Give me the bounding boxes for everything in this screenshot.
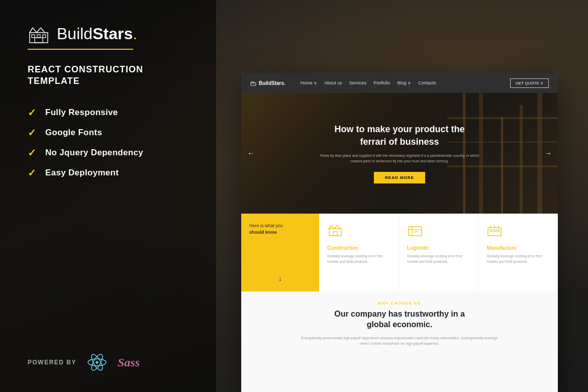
logo-icon [28, 23, 50, 45]
feature-item-fonts: ✓ Google Fonts [28, 128, 191, 138]
feature-label-jquery: No Jquery Dependency [45, 148, 143, 158]
card-intro: Here is what youshould know ↓ [241, 214, 319, 291]
mockup-hero: ← How to make your product theferrari of… [241, 93, 558, 214]
right-panel: BuildStars. Home ∨ About us Services Por… [216, 0, 588, 392]
left-panel: BuildStars. REACT CONSTRUCTIONTEMPLATE ✓… [0, 0, 216, 392]
svg-rect-3 [43, 35, 46, 38]
mockup-nav-logo: BuildStars. [250, 80, 285, 86]
feature-item-responsive: ✓ Fully Responsive [28, 108, 191, 118]
check-icon-deploy: ✓ [28, 168, 36, 178]
why-tag: WHY CHOOSE US [256, 302, 543, 305]
feature-item-jquery: ✓ No Jquery Dependency [28, 148, 191, 158]
svg-rect-13 [251, 83, 256, 85]
svg-point-12 [96, 361, 99, 364]
hero-read-more-button[interactable]: READ MORE [374, 172, 425, 183]
feature-item-deploy: ✓ Easy Deployment [28, 168, 191, 178]
mockup-logo-text: BuildStars. [259, 80, 285, 86]
svg-line-15 [252, 81, 253, 83]
react-icon [87, 353, 107, 372]
svg-line-16 [253, 81, 254, 83]
template-title: REACT CONSTRUCTIONTEMPLATE [28, 64, 191, 87]
why-subtitle: Energistically predominate high-payoff a… [299, 335, 500, 346]
mockup-cards-row: Here is what youshould know ↓ Constructi… [241, 214, 558, 291]
svg-line-19 [329, 226, 331, 229]
svg-line-6 [33, 28, 37, 33]
svg-line-7 [37, 28, 41, 33]
svg-rect-28 [490, 230, 492, 232]
features-list: ✓ Fully Responsive ✓ Google Fonts ✓ No J… [28, 108, 191, 178]
svg-line-21 [334, 226, 337, 229]
hero-next-arrow[interactable]: → [545, 149, 552, 157]
card-intro-text: Here is what youshould know [249, 223, 311, 235]
mockup-nav-link-portfolio[interactable]: Portfolio [373, 80, 390, 85]
card-manufacture-desc: Globally leverage existing error free mo… [486, 254, 550, 264]
svg-rect-24 [409, 227, 422, 236]
svg-rect-4 [35, 38, 43, 43]
svg-rect-18 [329, 229, 341, 236]
mockup-nav-link-about[interactable]: About us [324, 80, 342, 85]
check-icon-responsive: ✓ [28, 108, 36, 118]
powered-by-section: POWERED BY Sass [28, 353, 191, 372]
svg-rect-29 [494, 230, 496, 232]
why-title: Our company has trustworthy in aglobal e… [256, 309, 543, 330]
card-construction-title: Construction [327, 245, 390, 251]
hero-subtitle: Flows by their place and supplies it wit… [314, 153, 485, 164]
svg-rect-23 [333, 232, 337, 236]
mockup-why-section: WHY CHOOSE US Our company has trustworth… [241, 291, 558, 392]
card-lognistic-title: Lognistic [407, 245, 470, 251]
mockup-nav: BuildStars. Home ∨ About us Services Por… [241, 73, 558, 93]
feature-label-responsive: Fully Responsive [45, 108, 118, 118]
check-icon-fonts: ✓ [28, 128, 36, 138]
sass-icon: Sass [118, 356, 140, 369]
mockup-get-quote-button[interactable]: GET QUOTE ∨ [510, 78, 549, 88]
mockup-nav-link-home[interactable]: Home ∨ [301, 80, 318, 85]
powered-by-text: POWERED BY [28, 359, 76, 366]
hero-prev-arrow[interactable]: ← [247, 149, 254, 157]
card-construction-desc: Globally leverage existing error free mo… [327, 254, 390, 264]
mockup-nav-link-services[interactable]: Services [349, 80, 367, 85]
svg-line-14 [251, 81, 252, 83]
card-manufacture-title: Manufacture [486, 245, 550, 251]
svg-line-17 [254, 81, 255, 83]
card-lognistic-desc: Globally leverage existing error free mo… [407, 254, 470, 264]
mockup-nav-links: Home ∨ About us Services Portfolio Blog … [301, 80, 500, 85]
card-lognistic: Lognistic Globally leverage existing err… [399, 214, 479, 291]
mockup-nav-link-contacts[interactable]: Contacts [418, 80, 436, 85]
construction-icon [327, 224, 390, 240]
svg-line-22 [337, 226, 340, 229]
manufacture-icon [486, 224, 550, 240]
svg-rect-2 [37, 35, 40, 38]
check-icon-jquery: ✓ [28, 148, 36, 158]
lognistic-icon [407, 224, 470, 240]
mockup-logo-icon [250, 80, 256, 86]
mockup-nav-link-blog[interactable]: Blog ∨ [397, 80, 411, 85]
hero-title: How to make your product theferrari of b… [334, 123, 464, 148]
feature-label-fonts: Google Fonts [45, 128, 102, 138]
svg-rect-30 [497, 230, 499, 232]
logo-underline [28, 49, 133, 50]
preview-mockup: BuildStars. Home ∨ About us Services Por… [241, 73, 558, 392]
svg-line-5 [30, 28, 33, 33]
svg-line-8 [41, 28, 45, 33]
card-intro-arrow: ↓ [249, 274, 311, 282]
svg-rect-1 [32, 35, 35, 38]
card-manufacture: Manufacture Globally leverage existing e… [478, 214, 558, 291]
feature-label-deploy: Easy Deployment [45, 168, 119, 178]
logo-area: BuildStars. [28, 23, 191, 45]
card-construction: Construction Globally leverage existing … [319, 214, 399, 291]
svg-line-20 [331, 226, 334, 229]
logo-text: BuildStars. [57, 25, 137, 43]
